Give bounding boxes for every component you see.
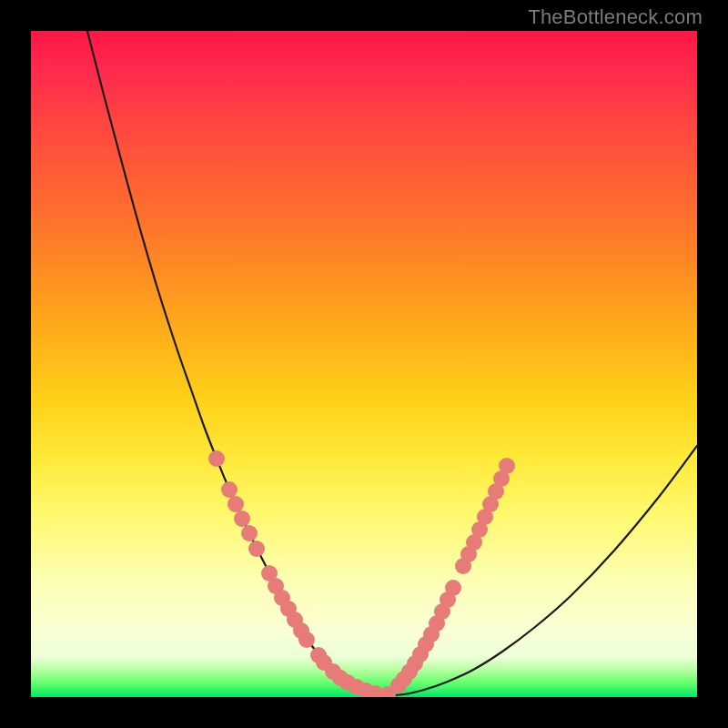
marker-dot: [445, 580, 461, 596]
marker-dot: [234, 511, 250, 527]
plot-area: [31, 31, 697, 697]
marker-dot: [208, 450, 225, 467]
curve-layer: [87, 31, 697, 695]
marker-dot: [298, 632, 315, 648]
marker-dot: [228, 496, 244, 512]
chart-svg: [31, 31, 697, 697]
chart-frame: TheBottleneck.com: [0, 0, 728, 728]
marker-dot: [241, 525, 258, 541]
watermark-text: TheBottleneck.com: [528, 5, 703, 29]
marker-layer: [208, 450, 515, 697]
marker-dot: [499, 458, 515, 474]
marker-dot: [248, 541, 265, 557]
marker-dot: [221, 481, 238, 498]
bottleneck-curve-path: [87, 31, 697, 695]
